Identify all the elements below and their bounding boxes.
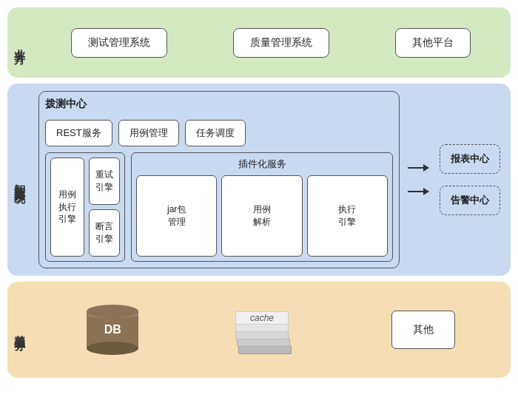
db-ellipse-bottom — [87, 342, 138, 355]
exec-engine-plugin-box: 执行 引擎 — [307, 175, 388, 257]
business-layer-content: 测试管理系统 质量管理系统 其他平台 — [31, 7, 511, 78]
arrow-to-report — [408, 167, 428, 169]
intelligence-layer: 智能运维系统 拨测中心 REST服务 用例管理 任务调度 用例执行引擎 重试 引… — [7, 84, 511, 276]
db-cylinder: DB — [87, 305, 138, 355]
base-layer-content: DB cache 其他 — [31, 282, 511, 378]
engine-group: 用例执行引擎 重试 引擎 断言 引擎 — [45, 152, 125, 262]
cache-label: cache — [250, 313, 274, 323]
case-mgmt-box: 用例管理 — [118, 120, 179, 146]
jar-mgmt-box: jar包 管理 — [136, 175, 217, 257]
db-ellipse-top — [87, 305, 138, 318]
case-parse-box: 用例 解析 — [221, 175, 302, 257]
alert-center-box: 告警中心 — [440, 186, 500, 215]
business-layer: 业务方 测试管理系统 质量管理系统 其他平台 — [7, 7, 511, 78]
quality-mgmt-box: 质量管理系统 — [233, 28, 329, 58]
bowce-row1: REST服务 用例管理 任务调度 — [45, 120, 393, 146]
plugin-block: 插件化服务 jar包 管理 用例 解析 执行 引擎 — [131, 152, 393, 262]
bowce-row2: 用例执行引擎 重试 引擎 断言 引擎 插件化服务 jar包 管理 用例 解析 执… — [45, 152, 393, 262]
engine-sub-col: 重试 引擎 断言 引擎 — [89, 158, 120, 257]
db-label: DB — [104, 323, 121, 336]
plugin-title: 插件化服务 — [136, 158, 388, 171]
business-layer-label: 业务方 — [7, 7, 31, 78]
plugin-row: jar包 管理 用例 解析 执行 引擎 — [136, 175, 388, 257]
cache-paper-top: cache — [235, 311, 289, 325]
rest-service-box: REST服务 — [45, 120, 112, 146]
exec-engine-box: 用例执行引擎 — [50, 158, 84, 257]
base-layer: 基础服务 DB cache — [7, 282, 511, 378]
base-layer-label: 基础服务 — [7, 282, 31, 378]
other-box: 其他 — [391, 311, 455, 349]
test-mgmt-box: 测试管理系统 — [71, 28, 167, 58]
intelligence-layer-label: 智能运维系统 — [7, 84, 31, 276]
assert-engine-box: 断言 引擎 — [89, 209, 120, 257]
other-platform-box: 其他平台 — [395, 28, 471, 58]
intelligence-layer-content: 拨测中心 REST服务 用例管理 任务调度 用例执行引擎 重试 引擎 断言 引擎 — [31, 84, 511, 276]
right-panels: 报表中心 告警中心 — [437, 91, 503, 268]
db-icon: DB — [87, 305, 138, 355]
retry-engine-box: 重试 引擎 — [89, 158, 120, 205]
arrows-area — [407, 91, 429, 268]
cache-group: cache — [235, 306, 295, 354]
report-center-box: 报表中心 — [440, 144, 500, 174]
arrow-to-alert — [408, 191, 428, 192]
cache-stack: cache — [235, 306, 295, 354]
bowce-block: 拨测中心 REST服务 用例管理 任务调度 用例执行引擎 重试 引擎 断言 引擎 — [38, 91, 400, 268]
task-schedule-box: 任务调度 — [185, 120, 246, 146]
bowce-title: 拨测中心 — [45, 98, 393, 114]
